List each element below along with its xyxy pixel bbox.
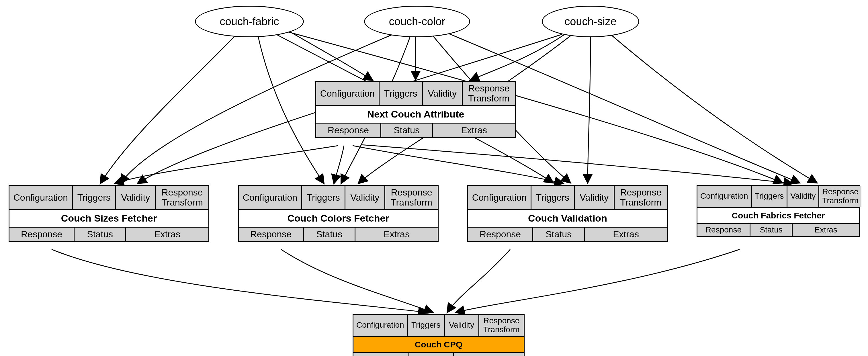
cell-extras: Extras: [584, 228, 667, 241]
cell-configuration: Configuration: [468, 186, 531, 209]
cell-response-transform: Response Transform: [384, 186, 438, 209]
cell-status: Status: [303, 228, 354, 241]
cell-triggers: Triggers: [407, 315, 444, 336]
edge: [470, 34, 565, 80]
node-couch-colors-fetcher: Configuration Triggers Validity Response…: [238, 185, 439, 242]
cell-triggers: Triggers: [72, 186, 115, 209]
edge: [281, 249, 433, 313]
node-title: Couch Colors Fetcher: [239, 210, 438, 226]
diagram-canvas: couch-fabric couch-color couch-size Conf…: [0, 0, 868, 356]
node-couch-cpq: Configuration Triggers Validity Response…: [352, 314, 525, 356]
edge: [361, 145, 793, 184]
cell-response-transform: Response Transform: [478, 315, 524, 336]
cell-response: Response: [353, 353, 408, 356]
node-couch-size: couch-size: [542, 6, 639, 37]
cell-configuration: Configuration: [239, 186, 301, 209]
cell-configuration: Configuration: [698, 186, 751, 207]
cell-validity: Validity: [115, 186, 155, 209]
edge: [334, 145, 344, 184]
edge: [100, 33, 238, 184]
node-title: Couch Validation: [468, 210, 667, 226]
cell-triggers: Triggers: [379, 82, 422, 105]
cell-extras: Extras: [354, 228, 438, 241]
cell-validity: Validity: [786, 186, 818, 207]
cell-response-transform: Response Transform: [818, 186, 861, 207]
ellipse-label: couch-fabric: [220, 15, 279, 28]
node-title: Couch CPQ: [353, 337, 524, 352]
cell-response-transform: Response Transform: [462, 82, 515, 105]
cell-response: Response: [698, 224, 750, 236]
edge: [258, 36, 324, 184]
node-couch-fabric: couch-fabric: [195, 6, 304, 37]
node-title: Next Couch Attribute: [316, 106, 515, 122]
cell-extras: Extras: [453, 353, 524, 356]
cell-response-transform: Response Transform: [614, 186, 667, 209]
node-couch-color: couch-color: [364, 6, 470, 37]
edge: [352, 145, 563, 184]
node-couch-validation: Configuration Triggers Validity Response…: [467, 185, 668, 242]
ellipse-label: couch-color: [389, 15, 445, 28]
cell-extras: Extras: [432, 124, 515, 137]
edge: [611, 34, 817, 183]
node-title: Couch Sizes Fetcher: [9, 210, 208, 226]
cell-response-transform: Response Transform: [155, 186, 208, 209]
cell-response: Response: [316, 124, 380, 137]
cell-extras: Extras: [792, 224, 859, 236]
cell-response: Response: [468, 228, 532, 241]
cell-triggers: Triggers: [531, 186, 574, 209]
node-next-couch-attribute: Configuration Triggers Validity Response…: [315, 81, 516, 138]
cell-status: Status: [750, 224, 792, 236]
node-couch-fabrics-fetcher: Configuration Triggers Validity Response…: [696, 185, 860, 237]
cell-status: Status: [532, 228, 584, 241]
cell-validity: Validity: [444, 315, 478, 336]
node-couch-sizes-fetcher: Configuration Triggers Validity Response…: [9, 185, 209, 242]
edge: [447, 249, 510, 313]
cell-response: Response: [239, 228, 303, 241]
cell-status: Status: [74, 228, 125, 241]
cell-validity: Validity: [574, 186, 614, 209]
cell-response: Response: [9, 228, 74, 241]
cell-extras: Extras: [125, 228, 208, 241]
cell-triggers: Triggers: [301, 186, 345, 209]
edge: [115, 145, 338, 184]
cell-status: Status: [408, 353, 453, 356]
node-title: Couch Fabrics Fetcher: [698, 208, 859, 223]
cell-configuration: Configuration: [353, 315, 407, 336]
cell-triggers: Triggers: [751, 186, 787, 207]
edge: [289, 32, 373, 80]
cell-configuration: Configuration: [9, 186, 72, 209]
edges-layer: [0, 0, 868, 356]
cell-validity: Validity: [422, 82, 462, 105]
edge: [588, 37, 590, 183]
cell-validity: Validity: [345, 186, 384, 209]
edge: [456, 249, 740, 313]
cell-status: Status: [380, 124, 432, 137]
ellipse-label: couch-size: [564, 15, 617, 28]
cell-configuration: Configuration: [316, 82, 379, 105]
edge: [52, 249, 427, 313]
